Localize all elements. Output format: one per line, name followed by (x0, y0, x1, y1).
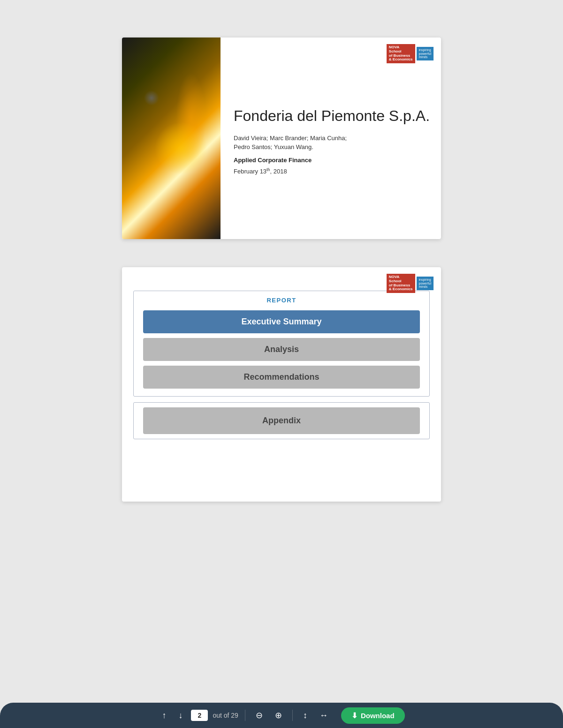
executive-summary-button[interactable]: Executive Summary (143, 310, 420, 333)
toolbar: ↑ ↓ 2 out of 29 ⊖ ⊕ ↕ ↔ ⬇ Download (0, 703, 563, 728)
download-icon: ⬇ (351, 711, 358, 720)
download-button[interactable]: ⬇ Download (341, 707, 405, 724)
slide-date: February 13th, 2018 (234, 167, 430, 175)
nova-logo: NOVA School of Business & Economics insp… (387, 44, 434, 63)
report-label: REPORT (143, 297, 420, 304)
expand-v-icon: ↕ (303, 711, 307, 720)
slide-authors: David Vieira; Marc Brander; Maria Cunha;… (234, 134, 430, 152)
nova-red-block-2: NOVA School of Business & Economics (387, 274, 415, 293)
slide-1: NOVA School of Business & Economics insp… (122, 38, 441, 239)
separator-2 (292, 710, 293, 721)
page-number: 2 (191, 710, 208, 721)
expand-vertical-button[interactable]: ↕ (299, 708, 311, 723)
down-arrow-icon: ↓ (178, 711, 183, 720)
slide-2: NOVA School of Business & Economics insp… (122, 267, 441, 502)
zoom-in-button[interactable]: ⊕ (271, 707, 286, 723)
zoom-in-icon: ⊕ (275, 710, 282, 720)
appendix-button[interactable]: Appendix (143, 407, 420, 434)
nova-blue-block-2: inspiring powerful minds (417, 277, 434, 290)
slide-content: NOVA School of Business & Economics insp… (221, 38, 441, 239)
separator-1 (245, 710, 245, 721)
page-total-text: out of 29 (213, 712, 238, 719)
recommendations-button[interactable]: Recommendations (143, 366, 420, 389)
nova-blue-block: inspiring powerful minds (417, 47, 434, 60)
slide-image (122, 38, 221, 239)
appendix-box: Appendix (133, 402, 430, 439)
page-down-button[interactable]: ↓ (175, 708, 186, 723)
nova-logo-slide2: NOVA School of Business & Economics insp… (387, 274, 434, 293)
nova-red-block: NOVA School of Business & Economics (387, 44, 415, 63)
slide-course: Applied Corporate Finance (234, 157, 430, 164)
expand-h-icon: ↔ (320, 711, 328, 720)
up-arrow-icon: ↑ (162, 711, 166, 720)
zoom-out-icon: ⊖ (256, 710, 263, 720)
slide-title: Fonderia del Piemonte S.p.A. (234, 106, 430, 125)
zoom-out-button[interactable]: ⊖ (252, 707, 266, 723)
report-box: REPORT Executive Summary Analysis Recomm… (133, 291, 430, 397)
expand-horizontal-button[interactable]: ↔ (316, 708, 332, 723)
download-label: Download (361, 712, 395, 720)
analysis-button[interactable]: Analysis (143, 338, 420, 361)
page-up-button[interactable]: ↑ (158, 708, 170, 723)
